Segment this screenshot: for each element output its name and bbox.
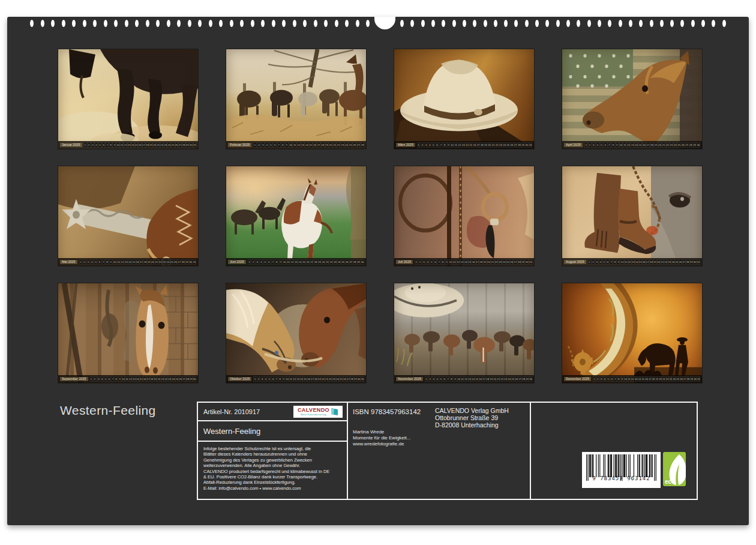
day-cell: 16 [473, 142, 476, 148]
binding-hole [219, 20, 223, 27]
binding-hole [156, 20, 160, 27]
day-cell: 11 [287, 259, 290, 265]
day-cell: 31 [697, 376, 700, 382]
day-cell: 20 [151, 259, 154, 265]
day-cell: 27 [683, 376, 686, 382]
day-cell: 10 [283, 259, 286, 265]
publisher-city: D-82008 Unterhaching [435, 422, 509, 429]
binding-hole [230, 20, 233, 27]
day-cell: 14 [131, 142, 134, 148]
day-cell: 25 [511, 376, 514, 382]
binding-hole [188, 20, 191, 27]
day-cell: 31 [697, 259, 700, 265]
binding-hole [303, 20, 307, 27]
day-cell: 26 [510, 142, 513, 148]
day-cell: 17 [311, 376, 314, 382]
day-cell: 19 [154, 376, 157, 382]
day-cell: 27 [182, 376, 185, 382]
photo-foal-stable [58, 283, 198, 383]
calvendo-wordmark: CALVENDO Mein Kalenderverlag [298, 408, 329, 416]
eco-label: eco [665, 479, 675, 485]
boots-horse-eye-scene [562, 166, 702, 266]
day-cell: 1 [417, 142, 420, 148]
binding-hole [104, 20, 107, 27]
day-cell: 19 [653, 259, 656, 265]
day-cell: 24 [502, 259, 505, 265]
day-strip: 1234567891011121314151617181920212223242… [84, 142, 196, 148]
day-cell: 27 [514, 259, 517, 265]
day-cell: 4 [259, 259, 263, 265]
binding-hole [177, 20, 181, 27]
day-cell: 25 [676, 376, 679, 382]
day-cell: 23 [164, 142, 167, 148]
calendar-back-sheet: Januar 2025 1234567891011121314151617181… [7, 17, 749, 525]
day-cell: 5 [263, 259, 267, 265]
day-strip: 1234567891011121314151617181920212223242… [79, 259, 196, 265]
day-cell: 29 [690, 376, 693, 382]
hanger-notch [374, 17, 395, 29]
day-cell: 10 [451, 142, 454, 148]
thumbnail-oktober: Oktober 2025 123456789101112131415161718… [226, 283, 366, 383]
binding-hole [62, 20, 65, 27]
day-cell: 8 [450, 376, 453, 382]
photo-horse-us-flag [562, 49, 702, 149]
day-cell: 14 [635, 259, 638, 265]
day-cell: 14 [472, 376, 475, 382]
day-cell: 29 [190, 376, 193, 382]
day-cell: 5 [98, 142, 101, 148]
day-cell: 13 [128, 142, 131, 148]
day-cell: 13 [631, 142, 634, 148]
day-cell: 16 [139, 142, 142, 148]
day-cell: 25 [506, 142, 509, 148]
day-cell: 27 [514, 142, 517, 148]
day-cell: 2 [88, 142, 91, 148]
day-cell: 9 [454, 376, 457, 382]
day-cell: 5 [268, 376, 271, 382]
day-cell: 21 [662, 142, 665, 148]
day-cell: 31 [361, 376, 364, 382]
thumbnail-maerz: März 2025 123456789101112131415161718192… [394, 49, 534, 149]
day-cell: 4 [100, 376, 103, 382]
binding-hole [629, 20, 632, 27]
day-cell: 4 [604, 376, 607, 382]
day-cell: 19 [149, 142, 152, 148]
day-cell: 9 [279, 259, 283, 265]
day-strip: 1234567891011121314151617181920212223242… [248, 259, 364, 265]
day-cell: 21 [491, 142, 494, 148]
day-cell: 6 [610, 376, 613, 382]
day-cell: 15 [641, 376, 644, 382]
binding-hole [209, 20, 212, 27]
binding-hole [680, 20, 684, 27]
day-cell: 10 [286, 376, 289, 382]
day-cell: 23 [670, 142, 673, 148]
day-cell: 26 [175, 142, 178, 148]
binding-hole [272, 20, 275, 27]
day-cell: 12 [464, 376, 467, 382]
day-cell: 16 [306, 259, 310, 265]
day-cell: 29 [693, 142, 696, 148]
calvendo-brand-text: CALVENDO [298, 408, 329, 413]
day-cell: 24 [674, 142, 677, 148]
binding-hole [366, 20, 370, 27]
binding-hole [335, 20, 338, 27]
photo-cowboy-hat-saddle [394, 49, 534, 149]
day-cell: 22 [666, 376, 669, 382]
photo-hanging-tack [394, 166, 534, 266]
day-cell: 25 [175, 376, 178, 382]
artikel-number: Artikel-Nr. 2010917 [203, 408, 260, 415]
day-strip: 1234567891011121314151617181920212223242… [253, 142, 364, 148]
binding-hole [167, 20, 170, 27]
day-cell: 25 [506, 259, 509, 265]
day-cell: 29 [354, 376, 357, 382]
binding-hole [463, 20, 466, 27]
photo-horses-nuzzling [226, 283, 366, 383]
day-cell: 1 [90, 376, 93, 382]
day-cell: 30 [358, 376, 361, 382]
day-cell: 9 [445, 259, 448, 265]
day-cell: 3 [86, 259, 89, 265]
day-cell: 22 [495, 259, 498, 265]
day-cell: 11 [125, 376, 128, 382]
day-cell: 24 [167, 142, 170, 148]
day-cell: 14 [128, 259, 131, 265]
day-cell: 26 [515, 376, 518, 382]
